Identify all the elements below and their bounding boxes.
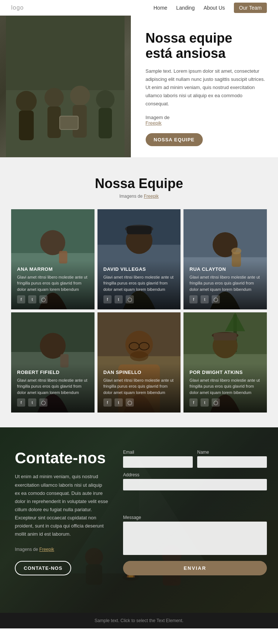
nav-item-about[interactable]: About Us [203, 4, 225, 11]
twitter-icon[interactable]: t [115, 295, 123, 303]
member-desc: Glavi amet ritnsi libero molestie ante u… [17, 377, 89, 396]
hero-section: Nossa equipe está ansiosa Sample text. L… [0, 16, 278, 157]
member-desc: Glavi amet ritnsi libero molestie ante u… [17, 274, 89, 293]
member-name: RUA CLAYTON [189, 266, 261, 272]
freepik-contact-link[interactable]: Freepik [39, 547, 54, 552]
social-icons: f t ◯ [17, 295, 89, 303]
message-label: Message [123, 515, 267, 520]
name-label: Name [197, 450, 267, 455]
facebook-icon[interactable]: f [103, 398, 112, 407]
team-card: ROBERT FIFIELD Glavi amet ritnsi libero … [11, 312, 95, 413]
contact-attribution: Imagens de Freepik [15, 546, 108, 553]
svg-point-25 [232, 248, 242, 254]
member-name: POR DWIGHT ATKINS [189, 369, 261, 375]
logo: logo [11, 4, 24, 11]
team-card-overlay: DAVID VILLEGAS Glavi amet ritnsi libero … [97, 260, 181, 310]
contact-form: Email Name Address Message ENVIAR [123, 450, 267, 575]
address-field-group: Address [123, 472, 267, 510]
svg-point-36 [130, 351, 148, 361]
nav-item-home[interactable]: Home [153, 4, 167, 11]
facebook-icon[interactable]: f [189, 398, 198, 407]
team-card: DAN SPINELLO Glavi amet ritnsi libero mo… [97, 312, 181, 413]
nav-item-landing[interactable]: Landing [176, 4, 195, 11]
social-icons: f t ◯ [103, 398, 175, 407]
message-field-group: Message [123, 515, 267, 555]
our-team-button[interactable]: NOSSA EQUIPE [146, 133, 203, 146]
team-card: ANA MARROM Glavi amet ritnsi libero mole… [11, 209, 95, 309]
hero-title: Nossa equipe está ansiosa [146, 30, 267, 61]
instagram-icon[interactable]: ◯ [39, 295, 47, 303]
navbar: logo Home Landing About Us Our Team [0, 0, 278, 16]
instagram-icon[interactable]: ◯ [126, 398, 134, 407]
hero-image [0, 16, 131, 157]
member-name: DAVID VILLEGAS [103, 266, 175, 272]
send-button[interactable]: ENVIAR [123, 561, 267, 575]
footer-text: Sample text. Click to select the Text El… [11, 618, 267, 623]
social-icons: f t ◯ [189, 295, 261, 303]
instagram-icon[interactable]: ◯ [126, 295, 134, 303]
hero-description: Sample text. Lorem ipsum dolor sit amet,… [146, 67, 267, 108]
footer: Sample text. Click to select the Text El… [0, 613, 278, 628]
member-name: ANA MARROM [17, 266, 89, 272]
facebook-icon[interactable]: f [17, 398, 25, 407]
form-row-email-name: Email Name [123, 450, 267, 468]
address-label: Address [123, 472, 267, 477]
hero-content: Nossa equipe está ansiosa Sample text. L… [131, 16, 278, 157]
contact-left: Contate-nos Ut enim ad minim veniam, qui… [15, 450, 108, 575]
twitter-icon[interactable]: t [28, 398, 36, 407]
twitter-icon[interactable]: t [115, 398, 123, 407]
team-card-overlay: ROBERT FIFIELD Glavi amet ritnsi libero … [11, 364, 95, 413]
team-grid: ANA MARROM Glavi amet ritnsi libero mole… [11, 209, 267, 413]
freepik-team-link[interactable]: Freepik [144, 194, 159, 199]
message-textarea[interactable] [123, 522, 267, 555]
facebook-icon[interactable]: f [189, 295, 198, 303]
name-input[interactable] [197, 456, 267, 468]
contact-button[interactable]: CONTATE-NOS [15, 561, 71, 575]
contact-inner: Contate-nos Ut enim ad minim veniam, qui… [0, 427, 278, 597]
name-field-group: Name [197, 450, 267, 468]
instagram-icon[interactable]: ◯ [39, 398, 47, 407]
twitter-icon[interactable]: t [201, 398, 209, 407]
twitter-icon[interactable]: t [201, 295, 209, 303]
team-title: Nossa Equipe [11, 176, 267, 191]
svg-rect-11 [6, 16, 125, 157]
svg-rect-20 [126, 226, 151, 234]
team-card-overlay: POR DWIGHT ATKINS Glavi amet ritnsi libe… [183, 364, 267, 413]
email-input[interactable] [123, 456, 193, 468]
team-card-overlay: RUA CLAYTON Glavi amet ritnsi libero mol… [183, 260, 267, 310]
social-icons: f t ◯ [189, 398, 261, 407]
facebook-icon[interactable]: f [103, 295, 112, 303]
nav-links: Home Landing About Us Our Team [153, 4, 267, 11]
member-name: DAN SPINELLO [103, 369, 175, 375]
instagram-icon[interactable]: ◯ [212, 398, 220, 407]
svg-rect-44 [214, 333, 237, 340]
email-field-group: Email [123, 450, 193, 468]
twitter-icon[interactable]: t [28, 295, 36, 303]
hero-attribution: Imagem de Freepik [146, 115, 267, 126]
member-desc: Glavi amet ritnsi libero molestie ante u… [103, 377, 175, 396]
team-card-overlay: DAN SPINELLO Glavi amet ritnsi libero mo… [97, 364, 181, 413]
member-name: ROBERT FIFIELD [17, 369, 89, 375]
nav-item-ourteam[interactable]: Our Team [234, 4, 267, 11]
social-icons: f t ◯ [103, 295, 175, 303]
team-card-overlay: ANA MARROM Glavi amet ritnsi libero mole… [11, 260, 95, 310]
team-card: POR DWIGHT ATKINS Glavi amet ritnsi libe… [183, 312, 267, 413]
contact-title: Contate-nos [15, 450, 108, 467]
team-card: DAVID VILLEGAS Glavi amet ritnsi libero … [97, 209, 181, 309]
team-section: Nossa Equipe Imagens de Freepik ANA MARR… [0, 157, 278, 427]
social-icons: f t ◯ [17, 398, 89, 407]
member-desc: Glavi amet ritnsi libero molestie ante u… [189, 377, 261, 396]
member-desc: Glavi amet ritnsi libero molestie ante u… [103, 274, 175, 293]
address-input[interactable] [123, 479, 267, 490]
freepik-link[interactable]: Freepik [146, 120, 162, 126]
contact-description: Ut enim ad minim veniam, quis nostrud ex… [15, 473, 108, 538]
team-card: RUA CLAYTON Glavi amet ritnsi libero mol… [183, 209, 267, 309]
team-attribution: Imagens de Freepik [11, 194, 267, 199]
contact-section: Contate-nos Ut enim ad minim veniam, qui… [0, 427, 278, 613]
email-label: Email [123, 450, 193, 455]
instagram-icon[interactable]: ◯ [212, 295, 220, 303]
facebook-icon[interactable]: f [17, 295, 25, 303]
member-desc: Glavi amet ritnsi libero molestie ante u… [189, 274, 261, 293]
